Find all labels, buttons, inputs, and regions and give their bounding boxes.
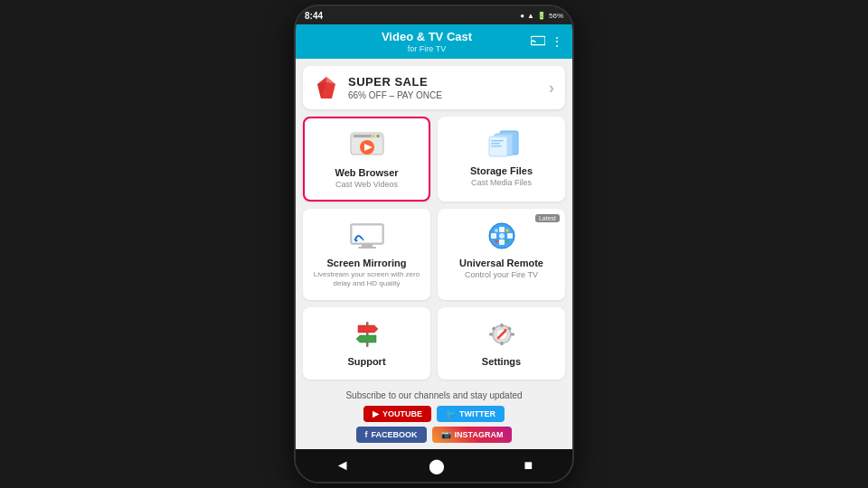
svg-point-30 [495, 229, 498, 232]
web-browser-icon [347, 129, 387, 162]
status-time: 8:44 [305, 11, 323, 21]
svg-point-33 [495, 239, 498, 243]
instagram-label: INSTAGRAM [455, 430, 504, 439]
cast-icon[interactable] [531, 34, 545, 49]
battery-percent: 56% [549, 12, 563, 20]
svg-rect-28 [507, 233, 513, 239]
svg-rect-16 [491, 143, 500, 145]
svg-point-29 [499, 233, 505, 239]
youtube-icon: ▶ [373, 409, 379, 418]
twitter-label: TWITTER [459, 409, 495, 418]
twitter-icon: 🐦 [446, 409, 456, 418]
sale-subtitle: 66% OFF – PAY ONCE [348, 90, 549, 100]
support-icon [347, 318, 387, 351]
svg-rect-15 [491, 140, 504, 142]
sale-title: SUPER SALE [348, 75, 549, 89]
signal-icon: ▲ [527, 12, 534, 20]
gem-icon [314, 75, 339, 100]
battery-icon: 🔋 [537, 12, 546, 20]
sale-banner[interactable]: SUPER SALE 66% OFF – PAY ONCE › [303, 66, 565, 109]
settings-title: Settings [482, 356, 521, 367]
bottom-grid: Support [303, 307, 565, 380]
facebook-button[interactable]: f FACEBOOK [356, 427, 427, 443]
screen-mirroring-item[interactable]: Screen Mirroring Livestream your screen … [303, 209, 430, 300]
social-title: Subscribe to our channels and stay updat… [303, 390, 565, 400]
facebook-label: FACEBOOK [372, 430, 418, 439]
svg-point-31 [505, 229, 509, 232]
instagram-icon: 📷 [441, 430, 451, 439]
storage-files-title: Storage Files [470, 165, 533, 176]
universal-remote-subtitle: Control your Fire TV [465, 270, 538, 279]
svg-point-9 [372, 135, 374, 137]
screen-mirroring-subtitle: Livestream your screen with zero delay a… [310, 270, 423, 289]
svg-rect-27 [491, 233, 496, 239]
status-bar: 8:44 ● ▲ 🔋 56% [296, 6, 572, 24]
svg-marker-37 [356, 335, 376, 343]
youtube-label: YOUTUBE [382, 409, 422, 418]
instagram-button[interactable]: 📷 INSTAGRAM [432, 427, 513, 443]
nav-home-button[interactable]: ⬤ [429, 457, 445, 474]
youtube-button[interactable]: ▶ YOUTUBE [363, 406, 431, 422]
twitter-button[interactable]: 🐦 TWITTER [437, 406, 505, 422]
social-row-2: f FACEBOOK 📷 INSTAGRAM [303, 427, 565, 443]
universal-remote-title: Universal Remote [459, 258, 543, 268]
menu-icon[interactable]: ⋮ [551, 34, 563, 49]
app-bar: Video & TV Cast for Fire TV ⋮ [296, 24, 572, 59]
svg-point-8 [376, 135, 379, 137]
web-browser-subtitle: Cast Web Videos [335, 180, 398, 189]
web-browser-title: Web Browser [335, 167, 398, 178]
svg-point-22 [354, 239, 357, 242]
svg-rect-41 [500, 342, 503, 345]
sale-text: SUPER SALE 66% OFF – PAY ONCE [348, 75, 549, 100]
screen-mirroring-title: Screen Mirroring [326, 258, 406, 268]
wifi-icon: ● [520, 12, 524, 20]
app-title: Video & TV Cast [323, 30, 531, 43]
svg-point-32 [505, 239, 509, 243]
facebook-icon: f [365, 430, 368, 439]
middle-grid: Screen Mirroring Livestream your screen … [303, 209, 565, 300]
settings-item[interactable]: Settings [438, 307, 565, 380]
support-item[interactable]: Support [303, 307, 430, 380]
web-browser-item[interactable]: Web Browser Cast Web Videos [303, 117, 430, 202]
svg-rect-21 [358, 247, 376, 249]
storage-files-item[interactable]: Storage Files Cast Media Files [438, 117, 565, 202]
storage-files-icon [482, 127, 522, 160]
svg-rect-26 [499, 239, 505, 245]
status-icons: ● ▲ 🔋 56% [520, 12, 563, 20]
top-grid: Web Browser Cast Web Videos Stor [303, 117, 565, 202]
svg-rect-17 [491, 145, 502, 147]
settings-icon [482, 318, 522, 351]
app-subtitle: for Fire TV [323, 44, 531, 53]
latest-badge: Latest [535, 214, 560, 222]
social-row-1: ▶ YOUTUBE 🐦 TWITTER [303, 406, 565, 422]
svg-rect-20 [362, 244, 373, 247]
svg-rect-40 [500, 324, 503, 327]
universal-remote-item[interactable]: Latest [438, 209, 565, 300]
svg-marker-35 [358, 325, 378, 333]
nav-bar: ◄ ⬤ ■ [296, 449, 572, 482]
nav-recent-button[interactable]: ■ [524, 457, 533, 474]
svg-rect-25 [499, 227, 505, 232]
sale-arrow-icon: › [549, 79, 554, 98]
nav-back-button[interactable]: ◄ [335, 457, 350, 474]
svg-rect-42 [489, 333, 493, 335]
svg-rect-43 [511, 333, 514, 335]
phone-frame: 8:44 ● ▲ 🔋 56% Video & TV Cast for Fire … [294, 5, 574, 483]
support-title: Support [347, 356, 385, 367]
storage-files-subtitle: Cast Media Files [471, 178, 532, 187]
content-area: SUPER SALE 66% OFF – PAY ONCE › [296, 59, 572, 449]
svg-rect-7 [354, 135, 372, 137]
social-section: Subscribe to our channels and stay updat… [303, 387, 565, 449]
screen-mirroring-icon [347, 220, 387, 252]
universal-remote-icon [482, 220, 522, 252]
